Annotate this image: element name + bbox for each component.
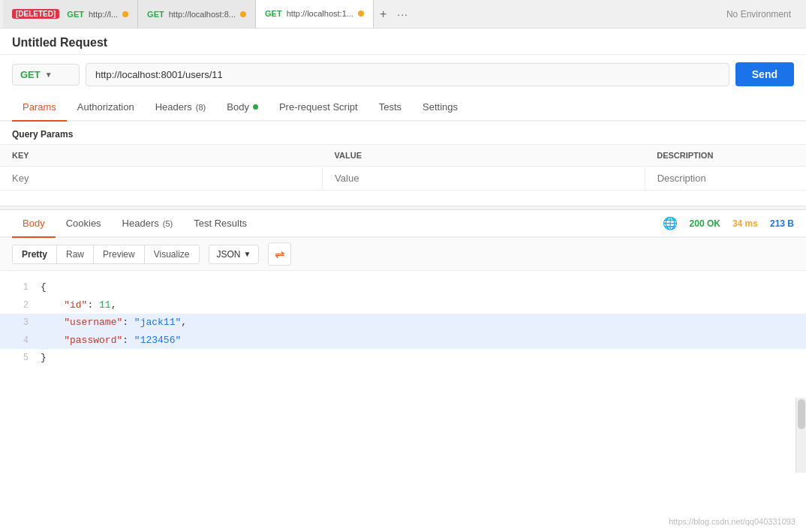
response-toolbar: Pretty Raw Preview Visualize JSON ▼ ⇌ bbox=[0, 238, 806, 271]
body-active-dot bbox=[253, 104, 258, 110]
response-size: 213 B bbox=[770, 218, 794, 229]
query-params-label: Query Params bbox=[0, 122, 806, 144]
response-status-area: 🌐 200 OK 34 ms 213 B bbox=[663, 216, 794, 230]
col-key: KEY bbox=[0, 145, 323, 167]
tab3-dot bbox=[358, 11, 364, 17]
wrap-button[interactable]: ⇌ bbox=[268, 242, 291, 266]
request-title-bar: Untitled Request bbox=[0, 29, 806, 55]
url-bar: GET ▼ Send bbox=[0, 55, 806, 94]
tab2-url: http://localhost:8... bbox=[169, 10, 236, 19]
tab1-url: http://l... bbox=[89, 10, 118, 19]
send-button[interactable]: Send bbox=[735, 62, 794, 86]
col-value: VALUE bbox=[323, 145, 645, 167]
tab1-dot bbox=[122, 11, 128, 17]
tab2-method: GET bbox=[147, 10, 164, 19]
response-tab-test-results[interactable]: Test Results bbox=[183, 210, 257, 238]
line1-content: { bbox=[41, 278, 47, 296]
view-pretty-button[interactable]: Pretty bbox=[13, 245, 57, 263]
tab3[interactable]: GET http://localhost:1... bbox=[256, 0, 374, 28]
more-tabs-button[interactable]: ··· bbox=[394, 5, 411, 23]
value-input[interactable] bbox=[335, 173, 633, 184]
status-code: 200 OK bbox=[690, 218, 720, 229]
tab-params[interactable]: Params bbox=[12, 94, 67, 122]
watermark: https://blog.csdn.net/qq040331093 bbox=[669, 517, 795, 526]
code-line-2: 2 "id": 11, bbox=[0, 296, 806, 314]
tab-settings[interactable]: Settings bbox=[412, 94, 468, 122]
code-line-4: 4 "password": "123456" bbox=[0, 332, 806, 350]
view-preview-button[interactable]: Preview bbox=[94, 245, 145, 263]
method-dropdown[interactable]: GET ▼ bbox=[12, 64, 80, 86]
col-description: DESCRIPTION bbox=[645, 145, 806, 167]
view-visualize-button[interactable]: Visualize bbox=[145, 245, 199, 263]
line3-content: "username": "jack11", bbox=[41, 314, 187, 331]
tab3-method: GET bbox=[265, 9, 282, 18]
scrollbar-thumb[interactable] bbox=[798, 399, 805, 429]
description-input[interactable] bbox=[657, 173, 794, 184]
deleted-badge: [DELETED] bbox=[12, 9, 59, 19]
line-num-3: 3 bbox=[6, 315, 29, 332]
code-area: 1 { 2 "id": 11, 3 "username": "jack11", … bbox=[0, 271, 806, 374]
chevron-down-icon: ▼ bbox=[45, 71, 53, 79]
tab-bar: [DELETED] GET http://l... GET http://loc… bbox=[0, 0, 806, 29]
tab3-url: http://localhost:1... bbox=[287, 9, 353, 18]
format-label: JSON bbox=[217, 249, 241, 260]
line5-content: } bbox=[41, 349, 47, 366]
response-tab-body[interactable]: Body bbox=[12, 210, 56, 238]
scrollbar[interactable] bbox=[795, 398, 806, 473]
wrap-icon: ⇌ bbox=[275, 248, 284, 260]
globe-icon: 🌐 bbox=[663, 216, 678, 230]
code-line-3: 3 "username": "jack11", bbox=[0, 314, 806, 332]
tab2[interactable]: GET http://localhost:8... bbox=[138, 0, 256, 28]
add-tab-button[interactable]: + bbox=[377, 5, 389, 24]
key-input[interactable] bbox=[12, 173, 310, 184]
line4-content: "password": "123456" bbox=[41, 332, 181, 349]
line2-content: "id": 11, bbox=[41, 296, 116, 314]
tab-tests[interactable]: Tests bbox=[368, 94, 412, 122]
request-title: Untitled Request bbox=[12, 36, 107, 50]
tab-pre-request[interactable]: Pre-request Script bbox=[269, 94, 368, 122]
url-input[interactable] bbox=[86, 63, 729, 86]
response-tab-headers[interactable]: Headers (5) bbox=[112, 210, 184, 238]
tab2-dot bbox=[240, 11, 246, 17]
code-line-1: 1 { bbox=[0, 278, 806, 296]
line-num-4: 4 bbox=[6, 333, 29, 350]
tab-headers[interactable]: Headers (8) bbox=[145, 94, 217, 122]
response-time: 34 ms bbox=[732, 218, 758, 229]
format-dropdown[interactable]: JSON ▼ bbox=[209, 245, 260, 264]
tab1-method: GET bbox=[67, 10, 84, 19]
response-tab-cookies[interactable]: Cookies bbox=[56, 210, 112, 238]
response-header: Body Cookies Headers (5) Test Results 🌐 … bbox=[0, 210, 806, 238]
line-num-2: 2 bbox=[6, 298, 29, 314]
format-chevron-icon: ▼ bbox=[244, 250, 251, 258]
code-line-5: 5 } bbox=[0, 349, 806, 367]
tab-authorization[interactable]: Authorization bbox=[67, 94, 145, 122]
method-label: GET bbox=[20, 69, 41, 80]
view-btn-group: Pretty Raw Preview Visualize bbox=[12, 245, 200, 264]
line-num-5: 5 bbox=[6, 350, 29, 367]
tab-body[interactable]: Body bbox=[216, 94, 269, 122]
view-raw-button[interactable]: Raw bbox=[57, 245, 94, 263]
environment-selector[interactable]: No Environment bbox=[714, 9, 803, 20]
request-tabs-nav: Params Authorization Headers (8) Body Pr… bbox=[0, 94, 806, 122]
params-table: KEY VALUE DESCRIPTION bbox=[0, 144, 806, 191]
tab-deleted[interactable]: [DELETED] GET http://l... bbox=[3, 0, 138, 28]
line-num-1: 1 bbox=[6, 280, 29, 296]
tab-actions: + ··· bbox=[377, 5, 411, 24]
table-row bbox=[0, 167, 806, 191]
